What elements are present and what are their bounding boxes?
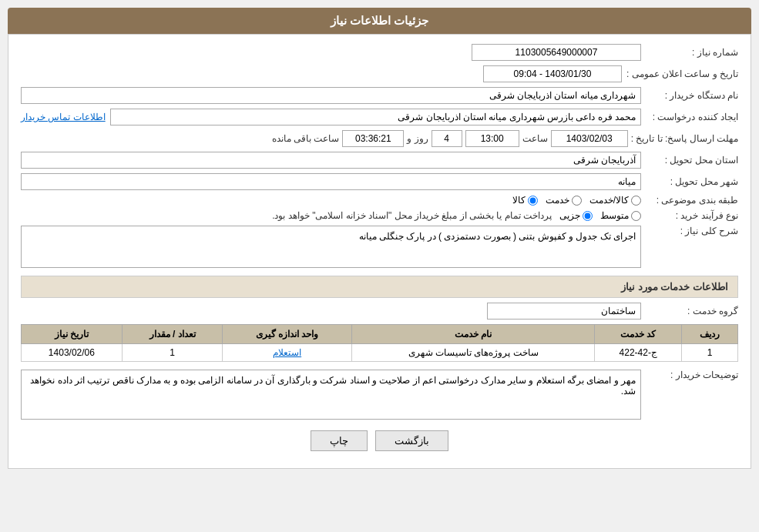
mohlat-saat-label: ساعت xyxy=(522,133,548,144)
radio-kala-khadamat: کالا/خدمت xyxy=(589,195,641,206)
ettelaat-tamas-link[interactable]: اطلاعات تماس خریدار xyxy=(21,112,106,122)
ostan-tahvil-label: استان محل تحویل : xyxy=(646,155,738,166)
mohlat-roz-label: روز و xyxy=(407,133,428,144)
goroh-khadamat-row: گروه خدمت : ساختمان xyxy=(21,303,738,320)
ostan-tahvil-value: آذربایجان شرقی xyxy=(21,152,641,169)
ijad-konande-label: ایجاد کننده درخواست : xyxy=(646,112,738,122)
radio-kala-label: کالا xyxy=(512,195,526,206)
page-title: جزئیات اطلاعات نیاز xyxy=(331,14,428,27)
service-table: ردیف کد خدمت نام خدمت واحد اندازه گیری ت… xyxy=(21,324,738,362)
ostan-tahvil-row: استان محل تحویل : آذربایجان شرقی xyxy=(21,152,738,169)
cell-tedad: 1 xyxy=(122,344,223,362)
col-name: نام خدمت xyxy=(351,325,595,344)
tabaghebandi-group: کالا/خدمت خدمت کالا xyxy=(512,195,641,206)
col-kod: کد خدمت xyxy=(595,325,682,344)
tosihaat-label: توضیحات خریدار : xyxy=(646,370,738,380)
name-dastgah-label: نام دستگاه خریدار : xyxy=(646,90,738,101)
shahr-tahvil-row: شهر محل تحویل : میانه xyxy=(21,173,738,190)
tabaghebandi-row: طبقه بندی موضوعی : کالا/خدمت خدمت کالا xyxy=(21,195,738,206)
shenare-niaz-value: 1103005649000007 xyxy=(472,44,641,61)
khadamat-section-header: اطلاعات خدمات مورد نیاز xyxy=(21,276,738,298)
ijad-konande-row: ایجاد کننده درخواست : محمد فره داعی بازر… xyxy=(21,109,738,125)
goroh-khadamat-label: گروه خدمت : xyxy=(646,306,738,316)
radio-kala-khadamat-label: کالا/خدمت xyxy=(589,195,629,206)
mohlat-saat: 13:00 xyxy=(465,130,519,147)
radio-khadamat: خدمت xyxy=(546,195,582,206)
noe-farayand-label: نوع فرآیند خرید : xyxy=(646,210,738,221)
main-card: شماره نیاز : 1103005649000007 تاریخ و سا… xyxy=(8,34,751,469)
mohlat-mande-label: ساعت باقی مانده xyxy=(272,133,340,144)
table-row: 1 ج-42-422 ساخت پروژه‌های تاسیسات شهری ا… xyxy=(22,344,738,362)
radio-mottavasset: متوسط xyxy=(600,210,641,221)
radio-mottavasset-input[interactable] xyxy=(631,211,641,221)
tabaghebandi-label: طبقه بندی موضوعی : xyxy=(646,195,738,206)
shahr-tahvil-value: میانه xyxy=(21,173,641,190)
name-dastgah-row: نام دستگاه خریدار : شهرداری میانه استان … xyxy=(21,87,738,104)
cell-name: ساخت پروژه‌های تاسیسات شهری xyxy=(351,344,595,362)
radio-jozi-input[interactable] xyxy=(583,211,593,221)
radio-khadamat-input[interactable] xyxy=(572,196,582,206)
bottom-buttons: بازگشت چاپ xyxy=(21,430,738,459)
cell-vahed[interactable]: استعلام xyxy=(223,344,351,362)
tarikh-elam-label: تاریخ و ساعت اعلان عمومی : xyxy=(626,69,738,79)
farayand-note: پرداخت تمام یا بخشی از مبلغ خریداز محل "… xyxy=(272,210,552,221)
radio-kala-khadamat-input[interactable] xyxy=(631,196,641,206)
page-wrapper: جزئیات اطلاعات نیاز شماره نیاز : 1103005… xyxy=(0,0,759,477)
cell-kod: ج-42-422 xyxy=(595,344,682,362)
radio-jozi-label: جزیی xyxy=(559,210,580,221)
mohlat-roz-val: 4 xyxy=(432,130,462,147)
col-tedad: تعداد / مقدار xyxy=(122,325,223,344)
name-dastgah-value: شهرداری میانه استان اذربایجان شرقی xyxy=(21,87,641,104)
radio-kala-input[interactable] xyxy=(528,196,538,206)
cell-tarikh: 1403/02/06 xyxy=(22,344,123,362)
mohlat-mande-val: 03:36:21 xyxy=(342,130,404,147)
radio-khadamat-label: خدمت xyxy=(546,195,569,206)
col-radif: ردیف xyxy=(682,325,738,344)
shenare-niaz-row: شماره نیاز : 1103005649000007 xyxy=(21,44,738,61)
print-button[interactable]: چاپ xyxy=(311,430,368,451)
sharh-textarea[interactable] xyxy=(21,226,641,268)
tosihaat-row: توضیحات خریدار : xyxy=(21,370,738,420)
goroh-khadamat-value: ساختمان xyxy=(487,303,641,320)
sharh-label: شرح کلی نیاز : xyxy=(646,226,738,236)
sharh-row: شرح کلی نیاز : xyxy=(21,226,738,268)
mohlat-row: مهلت ارسال پاسخ: تا تاریخ : 1403/02/03 س… xyxy=(21,130,738,147)
ijad-konande-value: محمد فره داعی بازرس شهرداری میانه استان … xyxy=(110,109,641,125)
mohlat-date: 1403/02/03 xyxy=(551,130,628,147)
noe-farayand-row: نوع فرآیند خرید : متوسط جزیی پرداخت تمام… xyxy=(21,210,738,221)
page-header: جزئیات اطلاعات نیاز xyxy=(8,8,751,34)
shenare-niaz-label: شماره نیاز : xyxy=(646,47,738,58)
col-tarikh: تاریخ نیاز xyxy=(22,325,123,344)
radio-mottavasset-label: متوسط xyxy=(600,210,629,221)
radio-kala: کالا xyxy=(512,195,538,206)
tarikh-elam-value: 1403/01/30 - 09:04 xyxy=(483,65,622,82)
col-vahed: واحد اندازه گیری xyxy=(223,325,351,344)
tarikh-elam-row: تاریخ و ساعت اعلان عمومی : 1403/01/30 - … xyxy=(21,65,738,82)
tosihaat-textarea[interactable] xyxy=(21,370,641,420)
farayand-group: متوسط جزیی xyxy=(559,210,641,221)
radio-jozi: جزیی xyxy=(559,210,593,221)
back-button[interactable]: بازگشت xyxy=(375,430,448,451)
shahr-tahvil-label: شهر محل تحویل : xyxy=(646,176,738,187)
cell-radif: 1 xyxy=(682,344,738,362)
mohlat-label: مهلت ارسال پاسخ: تا تاریخ : xyxy=(631,133,738,144)
